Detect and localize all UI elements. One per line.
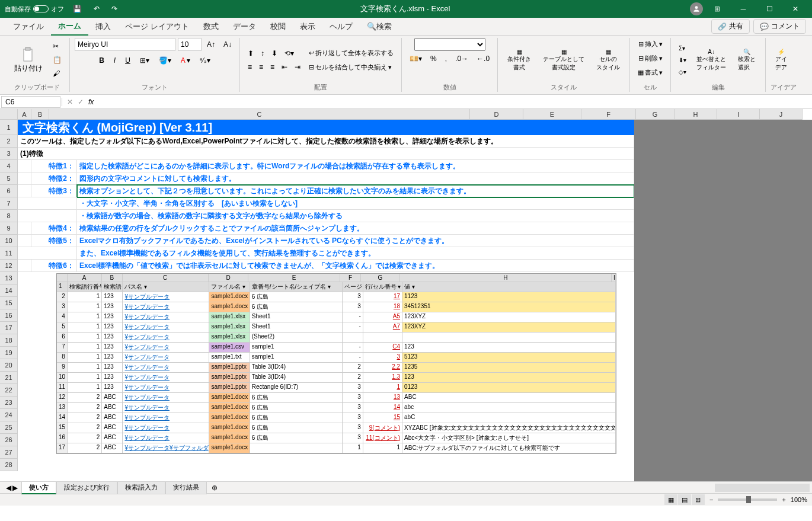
insert-cells-button[interactable]: ⊞ 挿入 ▾ [635,38,666,50]
tab-pagelayout[interactable]: ページ レイアウト [118,18,196,36]
minimize-button[interactable]: ─ [731,0,755,18]
currency-icon[interactable]: 💴▾ [407,53,425,65]
page-layout-view-icon[interactable]: ▤ [678,494,691,505]
sheet-prev-icon[interactable]: ◀ [6,484,11,492]
row-header-27[interactable]: 27 [0,446,18,459]
col-header-J[interactable]: J [760,109,803,120]
row-header-26[interactable]: 26 [0,434,18,446]
percent-icon[interactable]: % [427,53,440,65]
row-header-22[interactable]: 22 [0,384,18,397]
tab-search[interactable]: 🔍 検索 [360,18,399,36]
clear-icon[interactable]: ◇▾ [676,67,689,77]
row-header-18[interactable]: 18 [0,334,18,347]
col-header-G[interactable]: G [636,109,674,120]
row-header-23[interactable]: 23 [0,397,18,409]
ribbon-display-icon[interactable]: ⊞ [705,0,729,18]
phonetic-icon[interactable]: ᵃ⁄ₐ▾ [197,55,213,66]
align-center-icon[interactable]: ≡ [256,61,266,73]
autosum-icon[interactable]: Σ▾ [676,43,689,53]
save-icon[interactable]: 💾 [70,3,85,15]
row-header-8[interactable]: 8 [0,210,18,222]
sheet-tab-2[interactable]: 検索語入力 [117,481,165,494]
accept-formula-icon[interactable]: ✓ [78,98,84,106]
formula-input[interactable] [98,98,807,106]
tab-home[interactable]: ホーム [51,18,88,36]
cut-icon[interactable]: ✂ [50,40,65,52]
col-header-I[interactable]: I [717,109,760,120]
conditional-format-button[interactable]: ▦条件付き 書式 [503,46,536,74]
redo-icon[interactable]: ↷ [108,3,120,15]
align-middle-icon[interactable]: ↕ [258,47,267,59]
maximize-button[interactable]: ☐ [757,0,781,18]
row-header-28[interactable]: 28 [0,459,18,471]
underline-icon[interactable]: U [122,55,133,66]
fx-icon[interactable]: fx [88,98,94,106]
border-icon[interactable]: ⊞▾ [137,55,152,66]
row-header-24[interactable]: 24 [0,409,18,421]
share-button[interactable]: 🔗 共有 [711,19,750,34]
orientation-icon[interactable]: ⟲▾ [282,47,297,59]
delete-cells-button[interactable]: ⊟ 削除 ▾ [635,52,666,65]
font-color-icon[interactable]: A▾ [178,55,193,66]
close-button[interactable]: ✕ [784,0,807,18]
col-header-H[interactable]: H [674,109,717,120]
row-header-12[interactable]: 12 [0,260,18,272]
row-header-3[interactable]: 3 [0,148,18,160]
row-header-10[interactable]: 10 [0,235,18,247]
tab-formulas[interactable]: 数式 [196,18,226,36]
cell-styles-button[interactable]: ▦セルの スタイル [592,46,625,74]
tab-file[interactable]: ファイル [6,18,51,36]
undo-icon[interactable]: ↶ [91,3,103,15]
col-header-A[interactable]: A [18,109,31,120]
font-name-input[interactable] [75,38,175,51]
user-avatar-icon[interactable] [690,2,703,15]
comma-icon[interactable]: , [442,53,450,65]
row-header-20[interactable]: 20 [0,359,18,372]
row-header-6[interactable]: 6 [0,185,18,197]
zoom-in-icon[interactable]: + [782,496,785,503]
zoom-slider[interactable] [718,498,777,501]
horizontal-scrollbar[interactable] [715,484,810,492]
sheet-tab-1[interactable]: 設定および実行 [56,481,117,494]
sheet-tab-3[interactable]: 実行結果 [165,481,207,494]
autosave-toggle[interactable]: 自動保存 オフ [5,5,64,14]
comment-button[interactable]: 💬 コメント [753,19,806,34]
row-header-21[interactable]: 21 [0,372,18,384]
increase-font-icon[interactable]: A↑ [204,38,218,51]
find-select-button[interactable]: 🔍検索と 選択 [733,46,760,74]
row-header-1[interactable]: 1 [0,120,18,135]
fill-icon[interactable]: ⬇▾ [676,55,689,65]
align-top-icon[interactable]: ⬆ [245,47,257,59]
indent-inc-icon[interactable]: ⇥ [292,61,303,73]
row-header-5[interactable]: 5 [0,172,18,185]
row-header-17[interactable]: 17 [0,322,18,334]
increase-decimal-icon[interactable]: .0→ [452,53,471,65]
col-header-F[interactable]: F [581,109,636,120]
normal-view-icon[interactable]: ▦ [664,494,677,505]
italic-icon[interactable]: I [111,55,119,66]
select-all-corner[interactable] [0,109,18,120]
decrease-decimal-icon[interactable]: ←.0 [474,53,493,65]
row-header-4[interactable]: 4 [0,160,18,172]
align-bottom-icon[interactable]: ⬇ [268,47,280,59]
row-header-15[interactable]: 15 [0,297,18,309]
name-box[interactable]: C6 [1,96,60,108]
col-header-E[interactable]: E [523,109,581,120]
paste-button[interactable]: 貼り付け [9,44,47,76]
ideas-button[interactable]: ⚡アイ デア [771,46,792,74]
row-header-7[interactable]: 7 [0,197,18,210]
bold-icon[interactable]: B [96,55,107,66]
col-header-B[interactable]: B [31,109,49,120]
indent-dec-icon[interactable]: ⇤ [279,61,290,73]
row-header-14[interactable]: 14 [0,285,18,297]
page-break-view-icon[interactable]: ⊞ [692,494,705,505]
wrap-text-button[interactable]: ↩ 折り返して全体を表示する [306,47,397,59]
format-painter-icon[interactable]: 🖌 [50,68,65,79]
align-right-icon[interactable]: ≡ [267,61,277,73]
cancel-formula-icon[interactable]: ✕ [67,98,73,106]
tab-data[interactable]: データ [226,18,263,36]
copy-icon[interactable]: 📋 [50,54,65,66]
merge-center-button[interactable]: ⊟ セルを結合して中央揃え ▾ [306,61,397,73]
row-header-2[interactable]: 2 [0,135,18,148]
tab-view[interactable]: 表示 [293,18,322,36]
